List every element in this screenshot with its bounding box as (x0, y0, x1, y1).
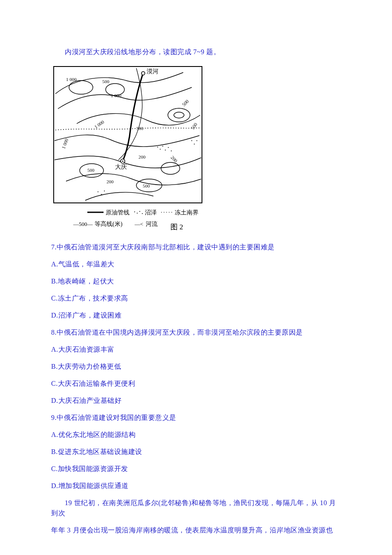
city-label-mohe: 漠河 (147, 68, 159, 75)
q9-option-d: D.增加我国能源供应通道 (51, 481, 341, 491)
svg-point-17 (98, 191, 98, 192)
svg-point-16 (171, 150, 172, 151)
legend-pipeline: 原油管线 (106, 209, 130, 216)
contour-label: 500 (87, 168, 95, 173)
contour-label: 1 000 (61, 138, 69, 150)
legend-frost: 冻土南界 (175, 209, 199, 216)
legend-swamp: 沼泽 (145, 209, 157, 216)
svg-point-11 (157, 147, 158, 147)
q7-option-c: C.冻土广布，技术要求高 (51, 293, 341, 304)
svg-point-14 (165, 150, 166, 150)
contour-label: 1 000 (111, 93, 121, 98)
svg-point-24 (134, 211, 135, 212)
contour-label: 200 (107, 179, 114, 184)
q8-option-d: D.大庆石油产业基础好 (51, 396, 341, 406)
contour-label: 1 000 (93, 119, 105, 129)
contour-label: 500 (102, 79, 110, 84)
svg-point-8 (141, 72, 145, 75)
document-page: 内漠河至大庆段沿线地形分布，读图完成 7~9 题。 (0, 0, 392, 555)
legend-river-symbol: —< (134, 221, 143, 227)
legend-contour: 等高线(米) (95, 221, 123, 228)
svg-point-25 (137, 213, 138, 214)
svg-point-13 (162, 146, 163, 147)
svg-point-20 (191, 140, 192, 141)
contour-label: 500 (181, 98, 190, 107)
passage-line-2: 年年 3 月便会出现一股沿海岸南移的暖流，使表层海水温度明显升高，沿岸地区渔业资… (51, 525, 341, 535)
svg-point-1 (69, 81, 93, 94)
svg-point-19 (104, 191, 105, 191)
q7-option-d: D.沼泽广布，建设困难 (51, 310, 341, 321)
contour-label: 500 (143, 183, 150, 188)
svg-point-18 (101, 194, 102, 195)
svg-point-3 (168, 108, 190, 122)
svg-point-7 (161, 162, 180, 174)
q7-stem: 7.中俄石油管道漠河至大庆段南部与北部相比，建设中遇到的主要困难是 (51, 242, 341, 252)
contour-label: 1 000 (66, 77, 77, 82)
contour-label: 500 (190, 121, 199, 130)
svg-point-26 (139, 211, 140, 212)
figure-caption: 图 2 (170, 223, 183, 231)
svg-point-27 (142, 213, 143, 214)
city-label-daqing: 大庆 (115, 164, 127, 170)
svg-point-15 (168, 147, 169, 148)
q7-option-b: B.地表崎岖，起伏大 (51, 276, 341, 286)
q8-option-c: C.大庆石油运输条件更便利 (51, 379, 341, 389)
q7-option-a: A.气温低，年温差大 (51, 259, 341, 269)
contour-map-svg: 1 000 1 000 1 000 1 000 500 500 500 500 … (51, 64, 205, 234)
q9-stem: 9.中俄石油管道建设对我国的重要意义是 (51, 413, 341, 423)
contour-label: 200 (138, 154, 146, 159)
q9-option-a: A.优化东北地区的能源结构 (51, 430, 341, 440)
svg-point-12 (160, 149, 161, 150)
q9-option-c: C.加快我国能源资源开发 (51, 464, 341, 474)
svg-point-10 (122, 160, 123, 162)
legend-river: 河流 (146, 221, 158, 227)
q9-option-b: B.促进东北地区基础设施建设 (51, 447, 341, 457)
svg-rect-0 (54, 66, 202, 203)
q8-stem: 8.中俄石油管道在中国境内选择漠河至大庆段，而非漠河至哈尔滨段的主要原因是 (51, 327, 341, 338)
passage-line-1: 19 世纪初，在南美洲厄瓜多尔(北邻秘鲁)和秘鲁等地，渔民们发现，每隔几年，从 … (51, 498, 341, 518)
figure-2: 1 000 1 000 1 000 1 000 500 500 500 500 … (51, 64, 341, 234)
q8-option-b: B.大庆劳动力价格更低 (51, 361, 341, 372)
svg-point-21 (194, 144, 195, 145)
legend-contour-value: —500— (73, 221, 93, 227)
q8-option-a: A.大庆石油资源丰富 (51, 344, 341, 355)
intro-text: 内漠河至大庆段沿线地形分布，读图完成 7~9 题。 (51, 47, 341, 57)
svg-point-4 (174, 112, 184, 118)
contour-label: 500 (136, 126, 144, 131)
svg-point-22 (196, 140, 197, 141)
